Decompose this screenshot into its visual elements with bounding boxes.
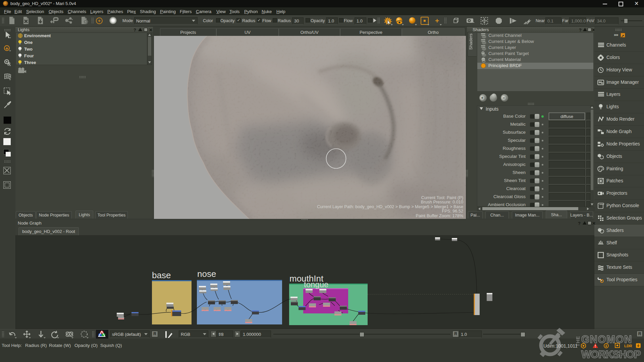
- svg-text:tongue: tongue: [304, 280, 328, 289]
- svg-text:THE: THE: [575, 336, 581, 347]
- svg-text:base: base: [152, 270, 171, 280]
- svg-text:WORKSHOP: WORKSHOP: [581, 349, 641, 360]
- svg-text:nose: nose: [197, 269, 216, 279]
- svg-text:GNOMON: GNOMON: [581, 334, 632, 345]
